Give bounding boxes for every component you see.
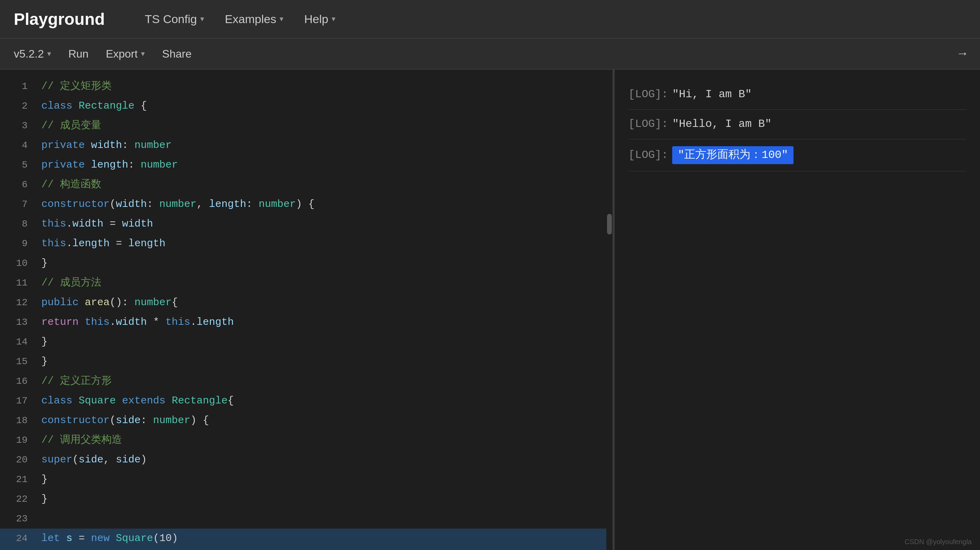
line-content: private width: number [41, 136, 606, 155]
code-line: 22} [0, 489, 612, 509]
nav-examples-label: Examples [225, 13, 276, 26]
code-line: 4 private width: number [0, 136, 612, 155]
code-line: 2class Rectangle { [0, 96, 612, 116]
line-number: 9 [7, 234, 27, 253]
line-content: // 定义正方形 [41, 371, 606, 391]
export-button[interactable]: Export ▾ [106, 48, 145, 61]
line-number: 16 [7, 371, 27, 391]
line-number: 11 [7, 273, 27, 293]
line-number: 10 [7, 253, 27, 273]
log-entry: [LOG]:"Hi, I am B" [628, 80, 966, 110]
line-content: public area(): number{ [41, 293, 606, 312]
code-line: 24let s = new Square(10) [0, 529, 612, 548]
version-label: v5.2.2 [14, 48, 44, 61]
line-number: 6 [7, 175, 27, 194]
top-nav: Playground TS Config ▾ Examples ▾ Help ▾ [0, 0, 980, 38]
share-label: Share [162, 48, 191, 61]
line-number: 25 [7, 548, 27, 550]
line-number: 19 [7, 430, 27, 450]
nav-item-tsconfig[interactable]: TS Config ▾ [145, 13, 204, 26]
code-line: 1// 定义矩形类 [0, 77, 612, 96]
line-content: constructor(width: number, length: numbe… [41, 194, 606, 214]
line-number: 2 [7, 96, 27, 116]
nav-tsconfig-chevron: ▾ [200, 14, 204, 24]
collapse-button[interactable]: → [959, 47, 966, 61]
code-line: 11 // 成员方法 [0, 273, 612, 293]
log-value: "Hi, I am B" [672, 87, 751, 102]
output-pane: [LOG]:"Hi, I am B"[LOG]:"Hello, I am B"[… [615, 70, 980, 550]
watermark: CSDN @yolyoufengla [905, 538, 972, 546]
scrollbar-track[interactable] [606, 70, 612, 550]
version-button[interactable]: v5.2.2 ▾ [14, 48, 51, 61]
log-label: [LOG]: [628, 148, 668, 163]
export-label: Export [106, 48, 138, 61]
code-line: 13 return this.width * this.length [0, 312, 612, 332]
code-line: 19 // 调用父类构造 [0, 430, 612, 450]
line-content: class Square extends Rectangle{ [41, 391, 606, 411]
nav-tsconfig-label: TS Config [145, 13, 197, 26]
code-line: 21 } [0, 470, 612, 489]
toolbar: v5.2.2 ▾ Run Export ▾ Share → [0, 38, 980, 70]
nav-examples-chevron: ▾ [280, 14, 283, 24]
line-content: // 成员变量 [41, 116, 606, 136]
code-line: 5 private length: number [0, 155, 612, 175]
code-line: 3 // 成员变量 [0, 116, 612, 136]
code-line: 14 } [0, 332, 612, 352]
line-content: this.length = length [41, 234, 606, 253]
line-content: } [41, 489, 606, 509]
line-number: 13 [7, 312, 27, 332]
line-content: // 定义矩形类 [41, 77, 606, 96]
line-content: return this.width * this.length [41, 312, 606, 332]
nav-help-chevron: ▾ [332, 14, 336, 24]
log-label: [LOG]: [628, 116, 668, 132]
scrollbar-thumb[interactable] [607, 214, 612, 234]
version-chevron: ▾ [47, 49, 51, 58]
line-content: // 成员方法 [41, 273, 606, 293]
line-content: console.log('正方形面积为：' + s.area()) [41, 548, 606, 550]
code-line: 18 constructor(side: number) { [0, 411, 612, 430]
line-number: 12 [7, 293, 27, 312]
line-content: private length: number [41, 155, 606, 175]
line-number: 20 [7, 450, 27, 470]
run-label: Run [68, 48, 89, 61]
code-line: 23 [0, 509, 612, 529]
nav-help-label: Help [304, 13, 328, 26]
run-button[interactable]: Run [68, 48, 89, 61]
editor-pane[interactable]: 1// 定义矩形类2class Rectangle {3 // 成员变量4 pr… [0, 70, 613, 550]
code-line: 16 // 定义正方形 [0, 371, 612, 391]
line-content: this.width = width [41, 214, 606, 234]
line-number: 21 [7, 470, 27, 489]
line-number: 24 [7, 529, 27, 548]
line-number: 8 [7, 214, 27, 234]
line-content: } [41, 352, 606, 371]
code-line: 20 super(side, side) [0, 450, 612, 470]
line-number: 15 [7, 352, 27, 371]
code-line: 10 } [0, 253, 612, 273]
line-content: // 调用父类构造 [41, 430, 606, 450]
share-button[interactable]: Share [162, 48, 191, 61]
line-content: constructor(side: number) { [41, 411, 606, 430]
line-number: 23 [7, 509, 27, 529]
line-number: 18 [7, 411, 27, 430]
log-value: "Hello, I am B" [672, 116, 772, 132]
line-content: let s = new Square(10) [41, 529, 606, 548]
line-content: class Rectangle { [41, 96, 606, 116]
code-line: 15} [0, 352, 612, 371]
line-content: // 构造函数 [41, 175, 606, 194]
code-line: 12 public area(): number{ [0, 293, 612, 312]
code-line: 7 constructor(width: number, length: num… [0, 194, 612, 214]
export-chevron: ▾ [141, 49, 145, 58]
nav-item-help[interactable]: Help ▾ [304, 13, 336, 26]
line-number: 3 [7, 116, 27, 136]
line-number: 17 [7, 391, 27, 411]
code-line: 6 // 构造函数 [0, 175, 612, 194]
nav-item-examples[interactable]: Examples ▾ [225, 13, 283, 26]
code-line: 17class Square extends Rectangle{ [0, 391, 612, 411]
line-number: 5 [7, 155, 27, 175]
log-entry: [LOG]:"正方形面积为：100" [628, 139, 966, 172]
code-editor[interactable]: 1// 定义矩形类2class Rectangle {3 // 成员变量4 pr… [0, 70, 612, 550]
line-number: 22 [7, 489, 27, 509]
nav-menu: TS Config ▾ Examples ▾ Help ▾ [145, 13, 336, 26]
line-content: } [41, 332, 606, 352]
app-title: Playground [14, 10, 124, 29]
